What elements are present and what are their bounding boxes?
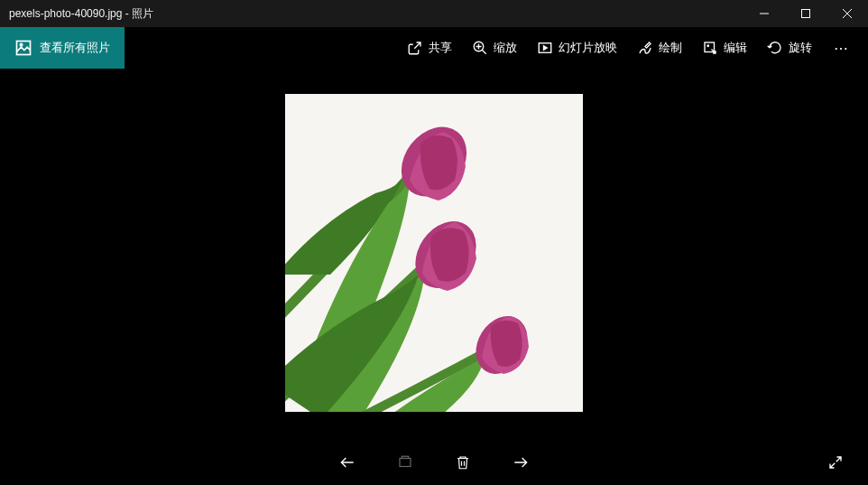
fullscreen-icon bbox=[827, 454, 844, 471]
add-to-collection-button[interactable] bbox=[387, 444, 423, 480]
photo-icon bbox=[14, 39, 32, 57]
close-button[interactable] bbox=[826, 0, 868, 27]
edit-button[interactable]: 编辑 bbox=[693, 33, 756, 63]
share-button[interactable]: 共享 bbox=[398, 33, 461, 63]
arrow-right-icon bbox=[512, 453, 530, 471]
svg-rect-11 bbox=[400, 459, 411, 467]
zoom-icon bbox=[472, 40, 488, 56]
svg-point-2 bbox=[20, 43, 23, 46]
window-title: pexels-photo-40090.jpg - 照片 bbox=[9, 6, 153, 22]
more-button[interactable]: ⋯ bbox=[823, 33, 861, 64]
draw-button[interactable]: 绘制 bbox=[628, 33, 691, 63]
fullscreen-button[interactable] bbox=[819, 446, 852, 479]
share-icon bbox=[407, 40, 423, 56]
arrow-left-icon bbox=[338, 453, 356, 471]
zoom-button[interactable]: 缩放 bbox=[463, 33, 526, 63]
maximize-icon bbox=[801, 9, 810, 18]
more-icon: ⋯ bbox=[834, 40, 850, 57]
maximize-button[interactable] bbox=[785, 0, 826, 27]
next-button[interactable] bbox=[503, 444, 539, 480]
bottombar bbox=[0, 440, 868, 485]
slideshow-icon bbox=[537, 40, 553, 56]
previous-button[interactable] bbox=[329, 444, 365, 480]
photo-canvas[interactable] bbox=[0, 69, 868, 440]
share-label: 共享 bbox=[429, 40, 452, 56]
minimize-icon bbox=[760, 9, 769, 18]
edit-label: 编辑 bbox=[724, 40, 747, 56]
rotate-label: 旋转 bbox=[789, 40, 812, 56]
draw-label: 绘制 bbox=[659, 40, 682, 56]
collection-icon bbox=[397, 454, 413, 471]
toolbar: 查看所有照片 共享 缩放 幻灯片放映 绘制 编辑 旋转 ⋯ bbox=[0, 27, 868, 69]
svg-rect-12 bbox=[402, 456, 409, 458]
slideshow-label: 幻灯片放映 bbox=[559, 40, 617, 56]
titlebar: pexels-photo-40090.jpg - 照片 bbox=[0, 0, 868, 27]
window-controls bbox=[743, 0, 868, 27]
trash-icon bbox=[455, 454, 471, 471]
rotate-icon bbox=[767, 40, 783, 56]
edit-icon bbox=[702, 40, 718, 56]
minimize-button[interactable] bbox=[743, 0, 785, 27]
view-all-photos-button[interactable]: 查看所有照片 bbox=[0, 27, 125, 69]
delete-button[interactable] bbox=[445, 444, 481, 480]
draw-icon bbox=[637, 40, 653, 56]
photo-image bbox=[285, 94, 583, 412]
svg-rect-0 bbox=[802, 10, 810, 18]
slideshow-button[interactable]: 幻灯片放映 bbox=[528, 33, 626, 63]
toolbar-actions: 共享 缩放 幻灯片放映 绘制 编辑 旋转 ⋯ bbox=[398, 33, 861, 64]
svg-point-6 bbox=[707, 45, 709, 47]
view-all-label: 查看所有照片 bbox=[40, 40, 110, 56]
close-icon bbox=[843, 9, 852, 18]
zoom-label: 缩放 bbox=[494, 40, 517, 56]
rotate-button[interactable]: 旋转 bbox=[758, 33, 821, 63]
